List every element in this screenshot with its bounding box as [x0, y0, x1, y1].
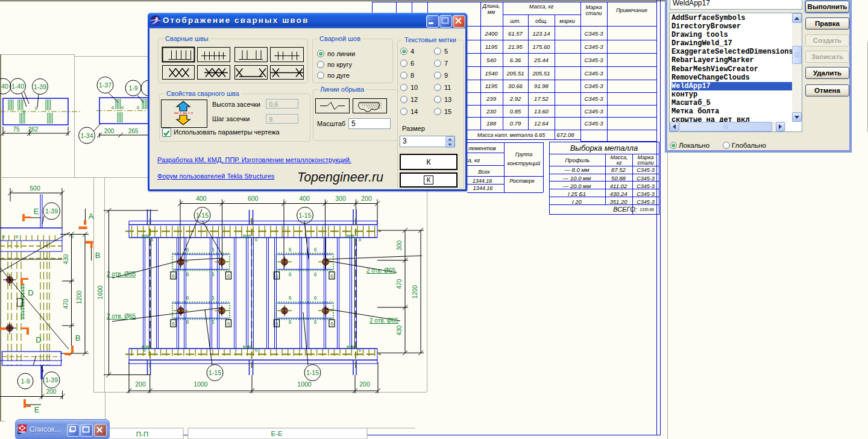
svg-text:B: B [75, 333, 81, 343]
svg-text:6: 6 [143, 347, 146, 353]
svg-text:430: 430 [396, 325, 403, 335]
svg-text:6: 6 [314, 271, 317, 277]
svg-text:6: 6 [289, 319, 292, 325]
svg-text:75: 75 [13, 126, 20, 133]
svg-text:188: 188 [486, 120, 497, 127]
svg-text:6: 6 [289, 247, 292, 253]
svg-text:Длина,: Длина, [482, 3, 500, 9]
svg-text:1000: 1000 [297, 381, 312, 388]
svg-text:6: 6 [151, 237, 154, 242]
svg-text:B: B [95, 251, 101, 260]
svg-text:1200: 1200 [76, 290, 83, 304]
svg-text:6: 6 [172, 321, 175, 327]
svg-text:12.64: 12.64 [534, 120, 549, 127]
svg-text:500: 500 [30, 185, 40, 192]
svg-text:1-9: 1-9 [128, 84, 137, 92]
svg-text:1-39: 1-39 [34, 83, 46, 90]
svg-text:E: E [34, 207, 39, 216]
svg-text:1-39: 1-39 [45, 376, 58, 384]
svg-text:D: D [36, 335, 41, 344]
svg-text:6: 6 [121, 105, 124, 110]
svg-text:200: 200 [104, 128, 115, 134]
svg-text:13.60: 13.60 [534, 108, 549, 115]
svg-text:6: 6 [212, 295, 215, 301]
svg-text:С345-3: С345-3 [584, 70, 603, 77]
svg-text:1195: 1195 [485, 43, 498, 50]
svg-text:С345-3: С345-3 [584, 108, 603, 115]
svg-text:са, кг: са, кг [465, 157, 480, 163]
svg-text:411.02: 411.02 [610, 183, 627, 189]
svg-text:6: 6 [23, 109, 26, 115]
svg-text:Ростверк: Ростверк [509, 178, 535, 184]
svg-text:1-15: 1-15 [196, 212, 209, 219]
svg-text:6: 6 [275, 273, 278, 279]
svg-text:1195: 1195 [485, 83, 498, 89]
svg-text:2 отв. Ø65: 2 отв. Ø65 [366, 267, 395, 274]
svg-text:1-34: 1-34 [80, 132, 93, 139]
svg-text:D: D [28, 288, 33, 297]
svg-text:конструкций: конструкций [508, 160, 541, 166]
svg-text:Масса, кг: Масса, кг [529, 4, 554, 10]
svg-text:шт.: шт. [510, 18, 520, 24]
svg-text:Марка: Марка [586, 4, 602, 10]
svg-text:— 8.0 мм: — 8.0 мм [564, 166, 589, 173]
svg-text:430.24: 430.24 [609, 191, 627, 197]
svg-text:1600: 1600 [96, 285, 104, 300]
svg-text:200: 200 [46, 388, 57, 395]
svg-text:С345-3: С345-3 [584, 43, 603, 50]
svg-text:91.98: 91.98 [534, 83, 549, 89]
svg-text:кг: кг [617, 160, 622, 166]
svg-text:2 отв. Ø65: 2 отв. Ø65 [107, 313, 136, 320]
svg-text:672.08: 672.08 [556, 131, 574, 138]
svg-text:6: 6 [212, 247, 215, 253]
svg-text:I 20: I 20 [572, 198, 582, 205]
svg-text:С345-3: С345-3 [637, 199, 655, 205]
svg-text:351.20: 351.20 [609, 198, 627, 205]
svg-text:стали: стали [586, 10, 602, 16]
svg-text:1-15: 1-15 [306, 369, 319, 376]
svg-text:E: E [34, 405, 40, 414]
svg-text:1344.16: 1344.16 [473, 185, 493, 191]
svg-text:6: 6 [16, 234, 19, 239]
svg-text:2 отв. Ø65: 2 отв. Ø65 [370, 317, 398, 324]
svg-text:6: 6 [212, 319, 215, 325]
svg-text:С345-3: С345-3 [584, 95, 603, 102]
svg-text:239: 239 [486, 95, 497, 102]
svg-text:Выборка металла: Выборка металла [570, 144, 638, 153]
svg-text:6.36: 6.36 [510, 57, 521, 63]
svg-text:6: 6 [275, 321, 278, 327]
svg-text:С345-3: С345-3 [584, 120, 603, 127]
svg-text:0.79: 0.79 [510, 120, 521, 127]
svg-text:6: 6 [359, 237, 362, 242]
svg-text:6: 6 [255, 237, 258, 242]
svg-text:общ.: общ. [535, 18, 547, 24]
svg-text:С345-3: С345-3 [637, 167, 655, 173]
svg-text:A: A [89, 212, 94, 221]
svg-text:П-П: П-П [136, 431, 148, 438]
svg-text:1-39: 1-39 [45, 207, 58, 215]
svg-text:6: 6 [330, 273, 333, 279]
svg-text:1-9: 1-9 [20, 377, 30, 385]
svg-text:6: 6 [186, 295, 189, 301]
svg-text:300: 300 [396, 240, 403, 250]
svg-text:1000: 1000 [193, 381, 208, 388]
svg-text:С345-3: С345-3 [637, 183, 655, 189]
svg-text:2400: 2400 [484, 30, 498, 37]
svg-text:6: 6 [112, 105, 115, 110]
svg-text:Группа: Группа [515, 151, 533, 157]
svg-text:17.52: 17.52 [534, 95, 549, 102]
svg-text:470: 470 [396, 279, 403, 289]
svg-text:6: 6 [186, 247, 189, 253]
svg-text:6: 6 [137, 105, 140, 110]
svg-text:2.92: 2.92 [509, 95, 521, 102]
svg-text:87.52: 87.52 [611, 166, 626, 173]
svg-text:лементов: лементов [468, 145, 496, 151]
svg-text:6: 6 [227, 273, 230, 279]
svg-text:6: 6 [314, 295, 317, 301]
svg-text:6: 6 [2, 234, 5, 239]
svg-text:540: 540 [486, 57, 497, 63]
svg-text:1330.86: 1330.86 [640, 207, 654, 212]
svg-text:200: 200 [361, 195, 372, 202]
svg-text:6: 6 [314, 247, 317, 253]
svg-text:1-15: 1-15 [209, 369, 221, 376]
